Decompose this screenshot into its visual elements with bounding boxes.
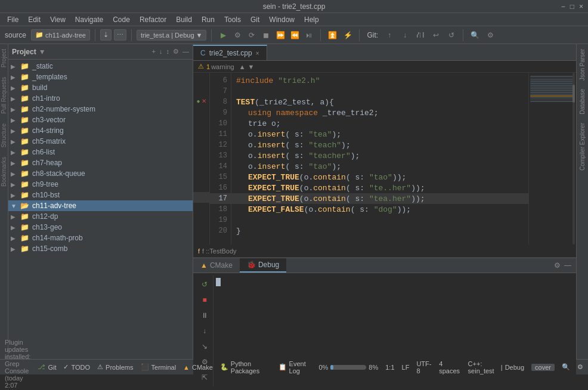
menu-view[interactable]: View — [45, 14, 70, 25]
status-indent[interactable]: 4 spaces — [439, 360, 460, 374]
run-button[interactable]: ▶ — [216, 29, 230, 42]
problems-icon: ⚠ — [97, 363, 103, 371]
tree-item-ch5[interactable]: ▶ 📁 ch5-matrix — [8, 136, 193, 147]
code-line-8: TEST(_trie2_test, a){ — [236, 97, 524, 107]
git-pull[interactable]: ↓ — [398, 29, 411, 42]
status-cmake[interactable]: ▲ CMake — [183, 364, 213, 371]
build-button[interactable]: ⚙ — [231, 29, 244, 42]
tree-item-static[interactable]: ▶ 📁 _static — [8, 61, 193, 72]
right-label-json-parser[interactable]: Json Parser — [578, 47, 587, 83]
menu-build[interactable]: Build — [171, 14, 197, 25]
debug-step-over-btn[interactable]: ↓ — [198, 324, 211, 338]
search-button[interactable]: 🔍 — [468, 29, 481, 42]
right-label-compiler-explorer[interactable]: Compiler Explorer — [578, 120, 587, 173]
status-settings-icon[interactable]: ⚙ — [577, 363, 583, 371]
bottom-tab-debug[interactable]: 🐞 Debug — [240, 258, 286, 273]
bottom-minimize-button[interactable]: — — [564, 261, 571, 270]
sidebar-label-project[interactable]: Project — [0, 44, 8, 72]
menu-tools[interactable]: Tools — [219, 14, 246, 25]
panel-add-button[interactable]: + — [152, 48, 156, 55]
debug-pause-btn[interactable]: ⏸ — [198, 309, 211, 322]
code-content[interactable]: #include "trie2.h" TEST(_trie2_test, a){… — [231, 73, 528, 244]
status-search-icon[interactable]: 🔍 — [562, 363, 570, 371]
status-encoding[interactable]: UTF-8 — [416, 360, 432, 374]
sidebar-label-pull-requests[interactable]: Pull Requests — [0, 72, 8, 119]
status-terminal[interactable]: ⬛ Terminal — [141, 363, 177, 371]
minimize-button[interactable]: − — [561, 2, 565, 11]
profile-button[interactable]: ⏪ — [288, 29, 301, 42]
warning-nav-up[interactable]: ▲ — [239, 63, 246, 70]
panel-settings-button[interactable]: ⚙ — [173, 48, 179, 55]
menu-code[interactable]: Code — [108, 14, 135, 25]
editor-scroll[interactable]: ● ✕ 6 — [193, 73, 576, 258]
tree-item-ch3[interactable]: ▶ 📁 ch3-vector — [8, 114, 193, 125]
tree-item-ch11[interactable]: ▼ 📂 ch11-adv-tree — [8, 200, 193, 211]
panel-minimize-button[interactable]: — — [182, 48, 189, 55]
status-git-icon[interactable]: ⎇ Git — [38, 363, 56, 371]
menu-edit[interactable]: Edit — [23, 14, 45, 25]
branch-selector[interactable]: 📁 ch11-adv-tree — [31, 29, 90, 41]
git-stash[interactable]: ↺ — [445, 29, 458, 42]
debug-stop-btn[interactable]: ■ — [198, 293, 211, 307]
tree-item-ch4[interactable]: ▶ 📁 ch4-string — [8, 125, 193, 136]
maximize-button[interactable]: □ — [570, 2, 574, 11]
coverage-button[interactable]: ⏩ — [274, 29, 287, 42]
sidebar-label-structure[interactable]: Structure — [0, 119, 8, 153]
tree-item-ch1[interactable]: ▶ 📁 ch1-intro — [8, 93, 193, 104]
menu-git[interactable]: Git — [246, 14, 264, 25]
panel-collapse-button[interactable]: ↓ — [159, 48, 163, 55]
panel-dropdown-icon[interactable]: ▼ — [39, 48, 46, 56]
menu-window[interactable]: Window — [264, 14, 299, 25]
status-line-ending[interactable]: LF — [402, 364, 410, 371]
debug-button[interactable]: ⏯ — [302, 29, 315, 42]
tab-close-button[interactable]: × — [256, 50, 259, 57]
tree-item-ch2[interactable]: ▶ 📁 ch2-number-system — [8, 104, 193, 114]
menu-run[interactable]: Run — [197, 14, 219, 25]
menu-refactor[interactable]: Refactor — [135, 14, 171, 25]
settings-button[interactable]: ⚙ — [484, 29, 497, 42]
git-merge[interactable]: ⛙ — [414, 29, 427, 42]
vcs-button[interactable]: ⇣ — [100, 29, 112, 41]
git-push[interactable]: ↑ — [383, 29, 396, 42]
debug-restart-btn[interactable]: ↺ — [198, 278, 211, 291]
tree-item-ch13[interactable]: ▶ 📁 ch13-geo — [8, 222, 193, 233]
status-todo[interactable]: ✓ TODO — [63, 363, 90, 371]
tree-item-ch10[interactable]: ▶ 📁 ch10-bst — [8, 190, 193, 200]
vcs-settings[interactable]: ⋯ — [114, 29, 126, 41]
tree-item-templates[interactable]: ▶ 📁 _templates — [8, 72, 193, 82]
tab-trie2-test[interactable]: C trie2_test.cpp × — [193, 45, 267, 60]
debug-step-into-btn[interactable]: ↘ — [198, 340, 211, 353]
status-lang[interactable]: C++: sein_test | Debug — [468, 360, 524, 374]
tree-item-ch7[interactable]: ▶ 📁 ch7-heap — [8, 157, 193, 168]
tree-item-ch6[interactable]: ▶ 📁 ch6-list — [8, 147, 193, 157]
status-event-log[interactable]: 📋 Event Log — [278, 360, 312, 374]
status-python[interactable]: 🐍 Python Packages — [220, 360, 271, 374]
cmake-icon: ▲ — [200, 261, 208, 270]
file-config-selector[interactable]: trie_test.a | Debug ▼ — [137, 30, 206, 41]
tree-item-build[interactable]: ▶ 📁 build — [8, 82, 193, 93]
tree-item-ch15[interactable]: ▶ 📁 ch15-comb — [8, 243, 193, 254]
tree-item-ch8[interactable]: ▶ 📁 ch8-stack-queue — [8, 168, 193, 179]
stop-button[interactable]: ◼ — [259, 29, 273, 42]
bottom-tab-cmake[interactable]: ▲ CMake — [193, 259, 240, 272]
vcs-diff-button[interactable]: ⚡ — [341, 29, 354, 42]
vcs-jump-button[interactable]: ⏫ — [326, 29, 339, 42]
tree-item-ch9[interactable]: ▶ 📁 ch9-tree — [8, 179, 193, 190]
status-position[interactable]: 1:1 — [385, 364, 394, 371]
rebuild-button[interactable]: ⟳ — [245, 29, 258, 42]
bottom-settings-button[interactable]: ⚙ — [554, 261, 561, 270]
menu-file[interactable]: File — [2, 14, 23, 25]
right-label-database[interactable]: Database — [578, 86, 587, 117]
menu-help[interactable]: Help — [299, 14, 324, 25]
status-problems[interactable]: ⚠ Problems — [97, 363, 133, 371]
warning-nav-down[interactable]: ▼ — [248, 63, 255, 70]
sidebar-label-bookmarks[interactable]: Bookmarks — [0, 152, 8, 191]
tree-item-ch14[interactable]: ▶ 📁 ch14-math-prob — [8, 233, 193, 243]
git-revert[interactable]: ↩ — [429, 29, 442, 42]
panel-sort-button[interactable]: ↕ — [166, 48, 170, 55]
close-button[interactable]: × — [579, 2, 583, 11]
code-line-14: o.insert( s: "tao"); — [236, 161, 524, 172]
tree-item-ch12[interactable]: ▶ 📁 ch12-dp — [8, 211, 193, 222]
status-cover[interactable]: cover — [531, 364, 555, 371]
menu-navigate[interactable]: Navigate — [70, 14, 108, 25]
